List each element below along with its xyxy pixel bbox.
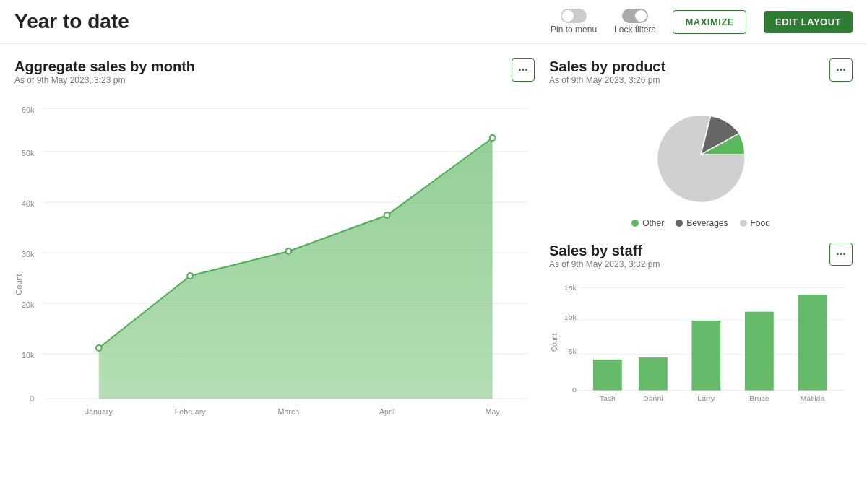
- svg-text:March: March: [278, 407, 300, 416]
- legend-item-food: Food: [740, 218, 770, 228]
- legend-label-beverages: Beverages: [686, 218, 728, 228]
- svg-text:30k: 30k: [22, 250, 35, 258]
- sales-by-product-title: Sales by product: [549, 58, 665, 75]
- svg-text:10k: 10k: [564, 313, 577, 321]
- legend-dot-beverages: [676, 220, 683, 227]
- bar-danni: [639, 357, 668, 390]
- svg-text:Count: Count: [14, 274, 23, 295]
- aggregate-sales-header: Aggregate sales by month As of 9th May 2…: [14, 58, 535, 94]
- legend-item-beverages: Beverages: [676, 218, 728, 228]
- legend-item-other: Other: [631, 218, 664, 228]
- page-title: Year to date: [14, 10, 539, 33]
- pin-to-menu-toggle[interactable]: [561, 9, 587, 23]
- sales-by-staff-menu-button[interactable]: ···: [829, 243, 853, 266]
- data-point-apr: [384, 212, 390, 218]
- page-header: Year to date Pin to menu Lock filters MA…: [0, 0, 867, 44]
- pin-to-menu-group: Pin to menu: [551, 9, 597, 35]
- svg-text:April: April: [379, 407, 394, 416]
- sales-by-staff-title: Sales by staff: [549, 243, 660, 259]
- svg-text:May: May: [486, 407, 501, 416]
- bar-tash: [593, 360, 622, 391]
- svg-text:February: February: [175, 407, 206, 416]
- edit-layout-button[interactable]: EDIT LAYOUT: [764, 11, 853, 33]
- data-point-mar: [286, 248, 292, 254]
- svg-text:40k: 40k: [22, 199, 35, 208]
- sales-by-product-title-group: Sales by product As of 9th May 2023, 3:2…: [549, 58, 665, 94]
- pie-svg: [650, 104, 751, 205]
- maximize-button[interactable]: MAXIMIZE: [673, 10, 746, 34]
- aggregate-sales-chart: 60k 50k 40k 30k 20k 10k 0 Count: [14, 97, 535, 429]
- data-point-may: [490, 135, 496, 141]
- sales-by-product-menu-button[interactable]: ···: [829, 58, 853, 82]
- right-panel: Sales by product As of 9th May 2023, 3:2…: [549, 58, 853, 485]
- dashboard: Aggregate sales by month As of 9th May 2…: [0, 44, 867, 499]
- lock-filters-label: Lock filters: [614, 25, 655, 35]
- sales-by-staff-header: Sales by staff As of 9th May 2023, 3:32 …: [549, 243, 853, 278]
- svg-text:20k: 20k: [22, 300, 35, 309]
- sales-by-product-header: Sales by product As of 9th May 2023, 3:2…: [549, 58, 853, 94]
- aggregate-sales-title: Aggregate sales by month: [14, 58, 195, 75]
- svg-text:Bruce: Bruce: [749, 394, 769, 401]
- bar-larry: [691, 321, 720, 391]
- legend-label-food: Food: [751, 218, 770, 228]
- sales-by-product-subtitle: As of 9th May 2023, 3:26 pm: [549, 75, 665, 85]
- aggregate-sales-widget: Aggregate sales by month As of 9th May 2…: [14, 58, 549, 485]
- sales-by-product-widget: Sales by product As of 9th May 2023, 3:2…: [549, 58, 853, 228]
- svg-text:5k: 5k: [569, 348, 577, 355]
- svg-text:Count: Count: [550, 333, 558, 351]
- legend-dot-food: [740, 220, 747, 227]
- svg-text:Danni: Danni: [643, 394, 663, 401]
- staff-bar-chart: 15k 10k 5k 0 Count Tash: [549, 281, 853, 411]
- staff-bar-svg: 15k 10k 5k 0 Count Tash: [549, 281, 853, 411]
- legend-dot-other: [631, 220, 639, 227]
- aggregate-sales-title-group: Aggregate sales by month As of 9th May 2…: [14, 58, 195, 94]
- lock-filters-toggle[interactable]: [622, 9, 648, 23]
- svg-text:Matilda: Matilda: [800, 394, 824, 401]
- header-controls: Pin to menu Lock filters MAXIMIZE EDIT L…: [551, 9, 853, 35]
- sales-by-staff-subtitle: As of 9th May 2023, 3:32 pm: [549, 259, 660, 269]
- aggregate-sales-menu-button[interactable]: ···: [512, 58, 535, 82]
- area-fill: [99, 138, 493, 399]
- data-point-jan: [96, 345, 102, 351]
- bar-matilda: [798, 295, 827, 391]
- pie-chart-section: Other Beverages Food: [549, 97, 853, 228]
- pie-legend: Other Beverages Food: [631, 218, 770, 228]
- svg-text:60k: 60k: [22, 105, 35, 114]
- svg-text:10k: 10k: [22, 351, 35, 360]
- svg-text:15k: 15k: [564, 284, 577, 292]
- aggregate-sales-subtitle: As of 9th May 2023, 3:23 pm: [14, 75, 195, 85]
- svg-text:Tash: Tash: [600, 394, 616, 401]
- data-point-feb: [187, 273, 193, 279]
- svg-text:Larry: Larry: [697, 394, 715, 401]
- svg-text:0: 0: [30, 394, 34, 403]
- aggregate-sales-svg: 60k 50k 40k 30k 20k 10k 0 Count: [14, 97, 535, 429]
- sales-by-staff-title-group: Sales by staff As of 9th May 2023, 3:32 …: [549, 243, 660, 278]
- lock-filters-group: Lock filters: [614, 9, 655, 35]
- svg-text:50k: 50k: [22, 149, 35, 157]
- legend-label-other: Other: [642, 218, 664, 228]
- bar-bruce: [745, 312, 774, 391]
- pie-chart: [650, 104, 751, 205]
- svg-text:0: 0: [572, 386, 577, 394]
- svg-text:January: January: [85, 407, 113, 416]
- pin-to-menu-label: Pin to menu: [551, 25, 597, 35]
- sales-by-staff-widget: Sales by staff As of 9th May 2023, 3:32 …: [549, 243, 853, 411]
